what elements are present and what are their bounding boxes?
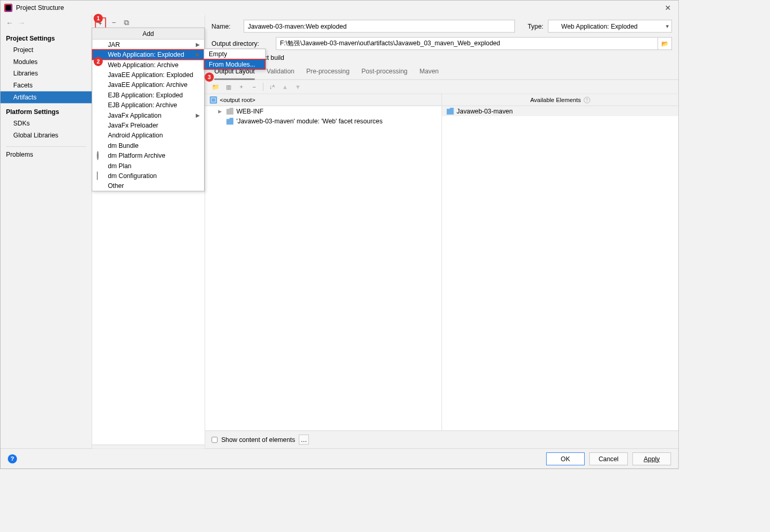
popup-item-label: Web Application: Exploded [108,51,184,58]
close-icon[interactable]: ✕ [661,1,674,15]
divider [6,146,86,147]
archive-icon [97,151,99,160]
name-input[interactable] [244,20,515,33]
sidebar: ← → Project Settings Project Modules Lib… [1,15,92,448]
popup-item-javaee-archive[interactable]: JavaEE Application: Archive [92,80,204,90]
popup-item-label: JavaFx Application [108,111,161,119]
sub-popup: Empty From Modules... [204,48,266,70]
sort-icon[interactable]: ↓ᴬ [268,83,276,91]
popup-item-javafx-preloader[interactable]: JavaFx Preloader [92,120,204,130]
popup-item-dm-config[interactable]: dm Configuration [92,171,204,181]
popup-item-label: JavaEE Application: Exploded [108,71,193,79]
name-label: Name: [211,22,239,30]
popup-item-label: Web Application: Archive [108,61,179,68]
popup-item-jar[interactable]: JAR▶ [92,40,204,49]
chevron-right-icon: ▶ [196,52,199,57]
sidebar-item-facets[interactable]: Facets [1,79,92,91]
popup-item-ejb-archive[interactable]: EJB Application: Archive [92,100,204,110]
help-hint-icon[interactable]: ? [584,97,590,103]
type-dropdown[interactable]: Web Application: Exploded ▾ [548,20,672,33]
available-elements-title: Available Elements [530,96,580,103]
help-icon[interactable]: ? [8,454,17,463]
popup-item-javaee-exploded[interactable]: JavaEE Application: Exploded [92,70,204,80]
sidebar-item-libraries[interactable]: Libraries [1,68,92,80]
tree-facet-resources[interactable]: 'Javaweb-03-maven' module: 'Web' facet r… [205,116,441,126]
apply-button[interactable]: Apply [633,452,671,465]
available-module-label: Javaweb-03-maven [457,107,513,115]
output-layout-tree[interactable]: <output root> ▶ WEB-INF 'Javaweb-03-mave… [205,94,442,430]
sidebar-item-problems[interactable]: Problems [1,149,92,161]
sidebar-item-project[interactable]: Project [1,44,92,56]
popup-item-web-archive[interactable]: Web Application: Archive [92,60,204,70]
subpopup-from-modules[interactable]: From Modules... [204,59,265,69]
remove-button[interactable]: − [109,18,119,28]
popup-item-other[interactable]: Other [92,181,204,191]
popup-item-dm-archive[interactable]: dm Platform Archive [92,150,204,160]
add-copy-icon[interactable]: ＋ [237,83,246,91]
popup-item-javafx-app[interactable]: JavaFx Application▶ [92,110,204,120]
popup-item-label: EJB Application: Exploded [108,91,183,98]
dialog-footer: ? OK Cancel Apply [1,448,678,468]
popup-item-label: dm Plan [108,162,131,169]
expand-icon[interactable]: ▶ [218,108,224,113]
tree-webinf[interactable]: ▶ WEB-INF [205,106,441,116]
available-elements-panel: Available Elements ? Javaweb-03-maven [442,94,678,430]
tab-preprocessing[interactable]: Pre-processing [306,68,349,80]
detail-tabs: Output Layout Validation Pre-processing … [205,61,678,80]
layout-toolbar: 📁 ▥ ＋ − ↓ᴬ ▲ ▼ [205,80,678,93]
tab-validation[interactable]: Validation [267,68,294,80]
popup-item-web-exploded[interactable]: Web Application: Exploded▶ [92,49,204,59]
popup-item-dm-bundle[interactable]: dm Bundle [92,141,204,150]
callout-1: 1 [94,14,103,23]
sidebar-item-artifacts[interactable]: Artifacts [1,91,92,103]
new-archive-icon[interactable]: ▥ [224,83,233,91]
new-folder-icon[interactable]: 📁 [211,83,220,91]
type-value: Web Application: Exploded [561,22,638,30]
up-icon[interactable]: ▲ [281,83,289,91]
separator [263,83,263,91]
popup-item-label: Android Application [108,132,163,139]
show-content-checkbox[interactable] [211,437,217,442]
popup-item-label: dm Bundle [108,142,138,149]
popup-item-label: dm Configuration [108,172,157,180]
show-content-config-button[interactable]: … [299,435,309,445]
forward-icon[interactable]: → [18,19,25,28]
show-content-row: Show content of elements … [205,430,678,448]
intellij-icon [4,4,12,12]
apply-label: Apply [643,455,660,462]
popup-item-android[interactable]: Android Application [92,130,204,140]
back-icon[interactable]: ← [6,19,13,28]
sidebar-item-modules[interactable]: Modules [1,56,92,68]
output-dir-input[interactable] [276,37,658,50]
cancel-button[interactable]: Cancel [589,452,628,465]
popup-item-label: JAR [108,41,120,48]
subpopup-empty[interactable]: Empty [204,49,265,59]
browse-button[interactable]: 📂 [658,37,672,50]
module-folder-icon [447,107,454,115]
tree-facet-label: 'Javaweb-03-maven' module: 'Web' facet r… [236,118,383,125]
copy-button[interactable]: ⧉ [122,18,132,28]
type-label: Type: [528,22,544,30]
callout-3: 3 [205,72,214,82]
add-artifact-popup: Add JAR▶ Web Application: Exploded▶ Web … [92,28,205,192]
tab-maven[interactable]: Maven [420,68,439,80]
popup-item-label: JavaEE Application: Archive [108,81,187,88]
output-root-row[interactable]: <output root> [205,94,441,106]
chevron-down-icon: ▾ [666,23,668,29]
ok-label: OK [561,455,570,462]
chevron-right-icon: ▶ [196,112,199,118]
remove-layout-icon[interactable]: − [250,83,258,91]
popup-item-label: dm Platform Archive [108,152,165,159]
window-title: Project Structure [16,4,64,11]
sidebar-item-global-libraries[interactable]: Global Libraries [1,129,92,141]
available-module-item[interactable]: Javaweb-03-maven [442,106,678,116]
callout-2: 2 [94,57,103,66]
list-footer [92,445,205,448]
popup-item-label: Other [108,182,124,189]
ok-button[interactable]: OK [546,452,585,465]
sidebar-item-sdks[interactable]: SDKs [1,117,92,129]
popup-item-ejb-exploded[interactable]: EJB Application: Exploded [92,90,204,100]
tab-postprocessing[interactable]: Post-processing [361,68,407,80]
down-icon[interactable]: ▼ [294,83,302,91]
popup-item-dm-plan[interactable]: dm Plan [92,161,204,171]
